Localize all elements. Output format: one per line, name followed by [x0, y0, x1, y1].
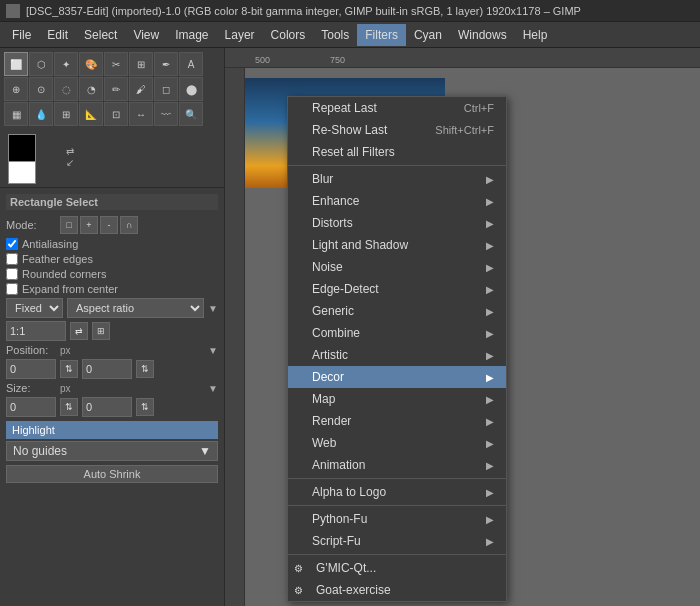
tool-clone[interactable]: ⊙ — [29, 77, 53, 101]
position-label: Position: — [6, 344, 56, 356]
menu-tools[interactable]: Tools — [313, 24, 357, 46]
filter-python-fu[interactable]: Python-Fu ▶ — [288, 508, 506, 530]
feather-checkbox[interactable] — [6, 253, 18, 265]
size-w-spinner[interactable]: ⇅ — [60, 398, 78, 416]
tool-erase[interactable]: ◻ — [154, 77, 178, 101]
menu-file[interactable]: File — [4, 24, 39, 46]
tool-gradient[interactable]: ▦ — [4, 102, 28, 126]
mode-replace[interactable]: □ — [60, 216, 78, 234]
tool-align[interactable]: ⊞ — [54, 102, 78, 126]
filter-noise[interactable]: Noise ▶ — [288, 256, 506, 278]
guides-row[interactable]: No guides ▼ — [6, 441, 218, 461]
filter-light-shadow[interactable]: Light and Shadow ▶ — [288, 234, 506, 256]
repeat-last-label: Repeat Last — [312, 101, 377, 115]
menu-filters[interactable]: Filters — [357, 24, 406, 46]
filter-goat[interactable]: ⚙ Goat-exercise — [288, 579, 506, 601]
pos-y-spinner[interactable]: ⇅ — [136, 360, 154, 378]
tool-by-color[interactable]: 🎨 — [79, 52, 103, 76]
render-label: Render — [312, 414, 351, 428]
tool-transform[interactable]: ↔ — [129, 102, 153, 126]
filter-web[interactable]: Web ▶ — [288, 432, 506, 454]
filter-artistic[interactable]: Artistic ▶ — [288, 344, 506, 366]
filter-reset-all[interactable]: Reset all Filters — [288, 141, 506, 163]
rounded-checkbox[interactable] — [6, 268, 18, 280]
filter-blur[interactable]: Blur ▶ — [288, 168, 506, 190]
tool-bucket[interactable]: ⬤ — [179, 77, 203, 101]
pos-x-spinner[interactable]: ⇅ — [60, 360, 78, 378]
menu-edit[interactable]: Edit — [39, 24, 76, 46]
size-row: Size: px ▼ — [6, 382, 218, 394]
px-label2: px — [60, 383, 71, 394]
tool-free-select[interactable]: ⬡ — [29, 52, 53, 76]
foreground-color[interactable] — [8, 134, 36, 162]
tool-heal[interactable]: ⊕ — [4, 77, 28, 101]
filter-repeat-last[interactable]: Repeat Last Ctrl+F — [288, 97, 506, 119]
filter-gmic[interactable]: ⚙ G'MIC-Qt... — [288, 557, 506, 579]
tool-blur[interactable]: ◌ — [54, 77, 78, 101]
menu-help[interactable]: Help — [515, 24, 556, 46]
title-text: [DSC_8357-Edit] (imported)-1.0 (RGB colo… — [26, 5, 581, 17]
blur-label: Blur — [312, 172, 333, 186]
tool-measure[interactable]: 📐 — [79, 102, 103, 126]
expand-checkbox[interactable] — [6, 283, 18, 295]
ratio-icon2[interactable]: ⊞ — [92, 322, 110, 340]
tool-paint[interactable]: 🖌 — [129, 77, 153, 101]
menu-cyan[interactable]: Cyan — [406, 24, 450, 46]
size-h-spinner[interactable]: ⇅ — [136, 398, 154, 416]
python-fu-arrow: ▶ — [486, 514, 494, 525]
tool-text[interactable]: A — [179, 52, 203, 76]
enhance-label: Enhance — [312, 194, 359, 208]
size-h-input[interactable] — [82, 397, 132, 417]
filter-enhance[interactable]: Enhance ▶ — [288, 190, 506, 212]
menu-select[interactable]: Select — [76, 24, 125, 46]
antialiasing-checkbox[interactable] — [6, 238, 18, 250]
filter-decor[interactable]: Decor ▶ — [288, 366, 506, 388]
filter-map[interactable]: Map ▶ — [288, 388, 506, 410]
tool-scissors[interactable]: ✂ — [104, 52, 128, 76]
tool-fuzzy-select[interactable]: ✦ — [54, 52, 78, 76]
fixed-dropdown[interactable]: Fixed — [6, 298, 63, 318]
tool-dodge[interactable]: ◔ — [79, 77, 103, 101]
tool-crop[interactable]: ⊡ — [104, 102, 128, 126]
sep2 — [288, 478, 506, 479]
filter-alpha-to-logo[interactable]: Alpha to Logo ▶ — [288, 481, 506, 503]
tool-ink[interactable]: ✏ — [104, 77, 128, 101]
pos-y-input[interactable] — [82, 359, 132, 379]
tool-paths[interactable]: ✒ — [154, 52, 178, 76]
mode-add[interactable]: + — [80, 216, 98, 234]
feather-label: Feather edges — [22, 253, 93, 265]
aspect-dropdown[interactable]: Aspect ratio — [67, 298, 204, 318]
expand-row: Expand from center — [6, 283, 218, 295]
ratio-input[interactable] — [6, 321, 66, 341]
guides-arrow: ▼ — [199, 444, 211, 458]
menu-colors[interactable]: Colors — [263, 24, 314, 46]
filter-combine[interactable]: Combine ▶ — [288, 322, 506, 344]
mode-intersect[interactable]: ∩ — [120, 216, 138, 234]
tool-foreground[interactable]: ⊞ — [129, 52, 153, 76]
auto-shrink-button[interactable]: Auto Shrink — [6, 465, 218, 483]
mode-subtract[interactable]: - — [100, 216, 118, 234]
menu-bar: File Edit Select View Image Layer Colors… — [0, 22, 700, 48]
pos-x-input[interactable] — [6, 359, 56, 379]
filter-reshow-last[interactable]: Re-Show Last Shift+Ctrl+F — [288, 119, 506, 141]
filter-script-fu[interactable]: Script-Fu ▶ — [288, 530, 506, 552]
size-w-input[interactable] — [6, 397, 56, 417]
tool-eyedrop[interactable]: 💧 — [29, 102, 53, 126]
menu-view[interactable]: View — [125, 24, 167, 46]
menu-layer[interactable]: Layer — [217, 24, 263, 46]
filter-render[interactable]: Render ▶ — [288, 410, 506, 432]
tool-warp[interactable]: 〰 — [154, 102, 178, 126]
menu-image[interactable]: Image — [167, 24, 216, 46]
filter-edge-detect[interactable]: Edge-Detect ▶ — [288, 278, 506, 300]
combine-arrow: ▶ — [486, 328, 494, 339]
fixed-row: Fixed Aspect ratio ▼ — [6, 298, 218, 318]
filter-distorts[interactable]: Distorts ▶ — [288, 212, 506, 234]
tool-zoom[interactable]: 🔍 — [179, 102, 203, 126]
tool-rect-select[interactable]: ⬜ — [4, 52, 28, 76]
filter-animation[interactable]: Animation ▶ — [288, 454, 506, 476]
expand-label: Expand from center — [22, 283, 118, 295]
menu-windows[interactable]: Windows — [450, 24, 515, 46]
size-label: Size: — [6, 382, 56, 394]
ratio-icon1[interactable]: ⇄ — [70, 322, 88, 340]
filter-generic[interactable]: Generic ▶ — [288, 300, 506, 322]
